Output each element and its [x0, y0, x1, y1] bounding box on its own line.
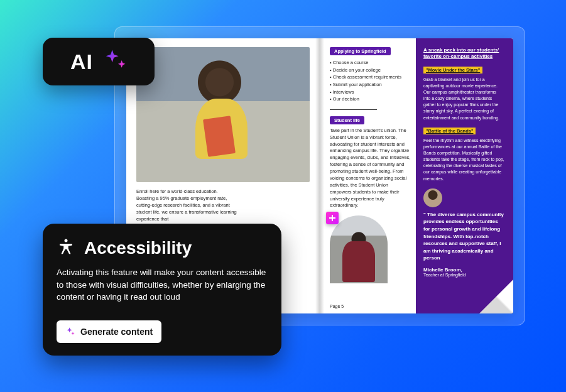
brochure-page-right: Applying to Springfield • Choose a cours… [320, 38, 513, 313]
intro-paragraph: Enroll here for a world-class education.… [136, 188, 237, 222]
testimonial-quote: " The diverse campus community provides … [423, 211, 504, 262]
list-item: • Check assessment requirements [330, 74, 411, 81]
list-item: • Interviews [330, 89, 411, 96]
student-life-heading: Student life [330, 116, 364, 124]
list-item: • Decide on your college [330, 67, 411, 74]
accessibility-icon [57, 237, 75, 259]
accessibility-description: Activating this feature will make your c… [57, 266, 268, 303]
event-bands-body: Feel the rhythm and witness electrifying… [423, 138, 504, 182]
list-item: • Submit your application [330, 81, 411, 89]
applying-heading: Applying to Springfield [330, 47, 391, 55]
sparkle-icon [102, 48, 127, 75]
event-movie-title: "Movie Under the Stars" [423, 67, 482, 74]
accessibility-card: Accessibility Activating this feature wi… [43, 224, 281, 356]
accessibility-title: Accessibility [84, 238, 192, 258]
generate-content-button[interactable]: Generate content [57, 320, 161, 343]
list-item: • Choose a course [330, 59, 411, 67]
ai-label: AI [70, 50, 93, 74]
list-item: • Our decision [330, 95, 411, 103]
svg-point-0 [65, 239, 68, 242]
sidebar-column: A sneak peek into our students' favorite… [416, 38, 513, 313]
testimonial-avatar [423, 188, 442, 207]
event-movie-body: Grab a blanket and join us for a captiva… [423, 77, 504, 121]
add-element-button[interactable] [326, 212, 339, 224]
sparkle-icon [65, 327, 75, 337]
event-bands-title: "Battle of the Bands" [423, 128, 476, 134]
page-number: Page 5 [330, 304, 344, 308]
generate-content-label: Generate content [80, 327, 153, 337]
right-column-main: Applying to Springfield • Choose a cours… [330, 47, 416, 305]
testimonial-role: Teacher at Springfield [423, 273, 504, 277]
student-photo [330, 215, 388, 283]
testimonial-name: Michelle Broom, [423, 267, 504, 273]
ai-badge: AI [43, 38, 155, 85]
student-life-body: Take part in the Student's union. The St… [330, 128, 411, 210]
apply-bullet-list: • Choose a course • Decide on your colle… [330, 59, 411, 103]
hero-photo [136, 47, 310, 182]
sneak-peek-heading: A sneak peek into our students' favorite… [423, 47, 504, 60]
